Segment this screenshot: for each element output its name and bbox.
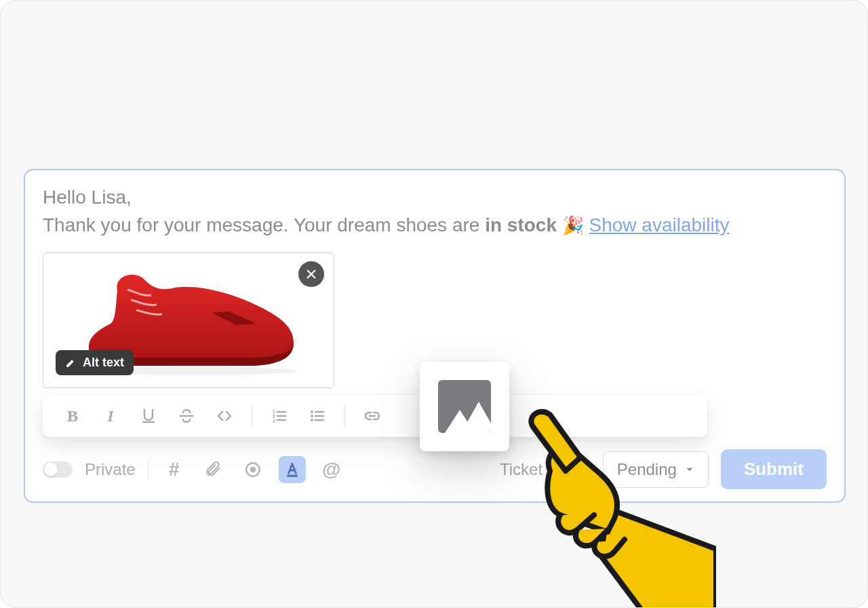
status-value: Pending bbox=[617, 460, 677, 479]
message-prefix: Thank you for your message. Your dream s… bbox=[43, 214, 485, 235]
svg-point-5 bbox=[311, 415, 313, 417]
app-viewport: Hello Lisa, Thank you for your message. … bbox=[0, 0, 868, 608]
insert-image-button[interactable] bbox=[420, 362, 509, 451]
stock-status: in stock bbox=[485, 214, 557, 235]
ticket-status-label: Ticket status bbox=[500, 460, 591, 479]
paperclip-icon bbox=[205, 461, 222, 478]
reply-editor-card: Hello Lisa, Thank you for your message. … bbox=[24, 169, 846, 503]
image-icon bbox=[438, 380, 491, 433]
hash-icon: # bbox=[169, 459, 180, 480]
svg-text:2: 2 bbox=[273, 414, 275, 419]
record-icon bbox=[244, 461, 262, 478]
mention-button[interactable]: @ bbox=[318, 456, 345, 483]
text-color-icon bbox=[283, 461, 301, 478]
greeting-text: Hello Lisa, bbox=[43, 187, 132, 208]
footer-separator bbox=[148, 460, 149, 479]
private-label: Private bbox=[85, 460, 136, 479]
text-color-button[interactable] bbox=[279, 456, 306, 483]
close-icon bbox=[305, 268, 317, 280]
formatting-toolbar: B I 123 bbox=[43, 395, 707, 437]
ticket-status-select[interactable]: Pending bbox=[603, 451, 709, 488]
strikethrough-button[interactable] bbox=[169, 401, 204, 431]
channel-button[interactable]: # bbox=[161, 456, 188, 483]
attached-image[interactable]: Alt text bbox=[43, 252, 334, 388]
attachment-button[interactable] bbox=[200, 456, 227, 483]
submit-button[interactable]: Submit bbox=[721, 449, 827, 489]
code-button[interactable] bbox=[207, 401, 242, 431]
svg-rect-9 bbox=[287, 474, 297, 476]
svg-point-4 bbox=[311, 411, 313, 413]
chevron-down-icon bbox=[685, 465, 694, 474]
message-body[interactable]: Hello Lisa, Thank you for your message. … bbox=[43, 184, 827, 239]
alt-text-label: Alt text bbox=[83, 356, 124, 370]
bold-button[interactable]: B bbox=[55, 401, 90, 431]
underline-button[interactable] bbox=[131, 401, 166, 431]
alt-text-button[interactable]: Alt text bbox=[56, 350, 134, 375]
unordered-list-button[interactable] bbox=[300, 401, 335, 431]
toolbar-separator bbox=[252, 405, 252, 427]
link-button[interactable] bbox=[355, 401, 390, 431]
svg-point-6 bbox=[311, 419, 313, 421]
link-icon bbox=[364, 408, 380, 424]
toolbar-separator bbox=[344, 405, 345, 427]
party-emoji-icon: 🎉 bbox=[562, 215, 584, 235]
svg-text:1: 1 bbox=[273, 409, 275, 414]
private-toggle[interactable] bbox=[43, 461, 73, 478]
code-icon bbox=[216, 408, 233, 424]
toggle-knob bbox=[44, 463, 58, 476]
at-icon: @ bbox=[322, 459, 340, 480]
italic-button[interactable]: I bbox=[93, 401, 128, 431]
unordered-list-icon bbox=[309, 408, 326, 424]
ordered-list-icon: 123 bbox=[271, 408, 288, 424]
editor-footer: Private # @ Ticket status Pending Submit bbox=[43, 449, 827, 489]
record-button[interactable] bbox=[239, 456, 267, 483]
remove-attachment-button[interactable] bbox=[298, 261, 324, 287]
strikethrough-icon bbox=[178, 408, 195, 424]
show-availability-link[interactable]: Show availability bbox=[589, 214, 730, 235]
ordered-list-button[interactable]: 123 bbox=[262, 401, 297, 431]
svg-point-8 bbox=[250, 466, 256, 472]
pencil-icon bbox=[65, 358, 76, 368]
underline-icon bbox=[140, 408, 157, 424]
svg-text:3: 3 bbox=[273, 419, 275, 423]
